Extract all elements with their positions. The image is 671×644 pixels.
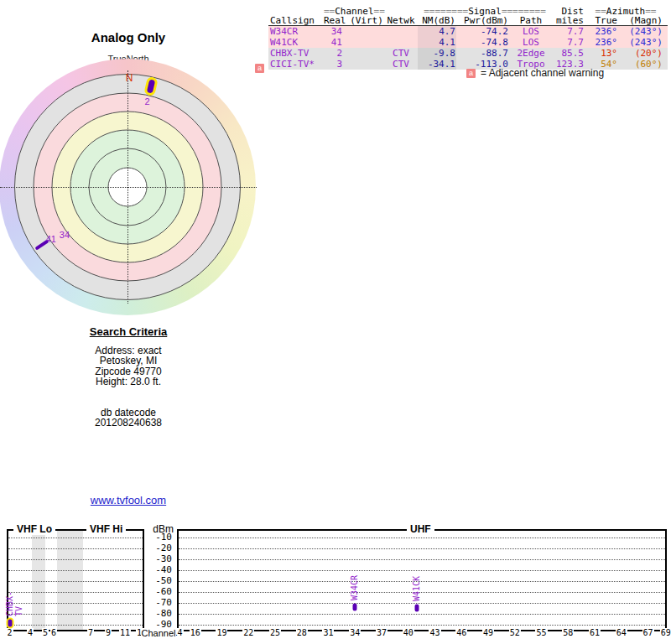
dbm-tick-label: -10	[139, 532, 172, 543]
gridline	[8, 592, 143, 593]
col-header-callsign: Callsign	[268, 16, 324, 25]
channel-tick-label: 46	[455, 628, 467, 637]
gridline	[179, 538, 665, 538]
cell-nm: 4.7	[418, 26, 456, 37]
group-header-signal: ========Signal========	[418, 7, 552, 16]
gridline	[8, 581, 143, 582]
channel-tick-label: 55	[535, 628, 547, 637]
adjacent-warning-icon: a	[255, 64, 264, 73]
col-header-true: True	[587, 16, 619, 25]
gridline	[8, 603, 143, 604]
cell-pwr: -88.7	[456, 48, 510, 59]
band-label-uhf: UHF	[407, 523, 434, 535]
table-header-row: Callsign Real (Virt) Netwk NM(dB) Pwr(dB…	[268, 16, 668, 26]
cell-nm: -9.8	[418, 48, 456, 59]
cell-real: 2	[324, 48, 349, 59]
adjacent-warning-icon: a	[466, 69, 476, 78]
search-criteria: Search Criteria Address: exact Petoskey,…	[0, 325, 257, 387]
tvfool-link-wrap: www.tvfool.com	[0, 492, 257, 507]
cell-netwk	[384, 37, 418, 48]
channel-tick-label: 64	[616, 628, 627, 637]
cell-virt	[349, 59, 384, 70]
x-axis-ticks: 2456791113141619222528313437404346495255…	[0, 628, 671, 639]
channel-tick-label: 58	[562, 628, 574, 637]
cell-netwk: CTV	[384, 48, 418, 59]
cell-nm: 4.1	[418, 37, 456, 48]
channel-tick-label: 25	[269, 628, 281, 637]
table-group-header-row: ==Channel== ========Signal======== Dist …	[268, 7, 668, 16]
cell-callsign: CHBX-TV	[268, 48, 324, 59]
signal-table: ==Channel== ========Signal======== Dist …	[268, 7, 668, 70]
uhf-panel	[177, 529, 667, 631]
group-header-dist: Dist	[552, 7, 587, 16]
channel-tick-label: 49	[482, 628, 494, 637]
gridline	[179, 570, 665, 571]
channel-tick-label: 7	[87, 628, 94, 637]
vhf-panel	[7, 529, 144, 631]
spectrum-gap-band	[57, 531, 83, 630]
col-header-netwk: Netwk	[384, 16, 418, 25]
gridline	[8, 570, 143, 571]
cell-true_az: 13°	[587, 48, 619, 59]
cell-path: 2Edge	[510, 48, 552, 59]
cell-virt	[349, 37, 384, 48]
gridline	[179, 592, 665, 593]
channel-tick-label: 69	[660, 628, 671, 637]
col-header-pwr: Pwr(dBm)	[456, 16, 510, 25]
col-header-real: Real	[324, 16, 349, 25]
col-header-virt: (Virt)	[349, 16, 384, 25]
gridline	[179, 559, 665, 560]
db-datecode: db datecode 201208240638	[0, 408, 257, 428]
cell-callsign: W41CK	[268, 37, 324, 48]
gridline	[8, 614, 143, 615]
col-header-path: Path	[510, 16, 552, 25]
table-row: CHBX-TV2CTV-9.8-88.72Edge85.513°(20°)	[268, 48, 668, 59]
cell-magn: (20°)	[619, 48, 664, 59]
group-header-azimuth: ==Azimuth==	[587, 7, 664, 16]
gridline	[179, 614, 665, 615]
cell-magn: (60°)	[619, 59, 664, 70]
gridline	[179, 625, 665, 626]
channel-tick-label: 31	[322, 628, 334, 637]
cell-virt	[349, 48, 384, 59]
channel-tick-label: 16	[190, 628, 201, 637]
table-body: W34CR344.7-74.2LOS7.7236°(243°)W41CK414.…	[268, 26, 668, 70]
channel-tick-label: 28	[296, 628, 308, 637]
channel-tick-label: 9	[105, 628, 112, 637]
adjacent-warning-legend: a = Adjacent channel warning	[466, 67, 604, 79]
compass-north-marker: N	[122, 72, 137, 84]
gridline	[8, 625, 143, 626]
band-label-vhf-lo: VHF Lo	[13, 523, 55, 535]
channel-tick-label: 34	[349, 628, 361, 637]
table-row: W41CK414.1-74.8LOS7.7236°(243°)	[268, 37, 668, 48]
gridline	[8, 538, 143, 538]
cell-netwk: CTV	[384, 59, 418, 70]
table-row: W34CR344.7-74.2LOS7.7236°(243°)	[268, 26, 668, 37]
y-axis-ticks: -10-20-30-40-50-60-70-80-90	[141, 0, 174, 644]
cell-nm: -34.1	[418, 59, 456, 70]
channel-tick-label: 37	[376, 628, 388, 637]
dbm-tick-label: -30	[139, 553, 172, 564]
cell-callsign: W34CR	[268, 26, 324, 37]
channel-tick-label: 40	[403, 628, 414, 637]
db-datecode-value: 201208240638	[0, 418, 257, 428]
channel-tick-label: 5	[42, 628, 49, 637]
search-criteria-heading: Search Criteria	[0, 325, 257, 338]
dbm-tick-label: -70	[139, 597, 172, 608]
crosshair-horizontal	[0, 187, 257, 188]
cell-miles: 7.7	[552, 37, 587, 48]
cell-netwk	[384, 26, 418, 37]
search-criteria-line: Height: 28.0 ft.	[0, 377, 257, 387]
channel-tick-label: 19	[216, 628, 227, 637]
spectrum-gap-band	[32, 531, 45, 630]
dbm-tick-label: -50	[139, 575, 172, 586]
channel-tick-label: 61	[589, 628, 601, 637]
cell-magn: (243°)	[619, 37, 664, 48]
channel-tick-label: 43	[429, 628, 440, 637]
cell-true_az: 236°	[587, 26, 619, 37]
channel-tick-label: 22	[242, 628, 254, 637]
dbm-tick-label: -80	[139, 608, 172, 619]
channel-tick-label: 52	[509, 628, 521, 637]
crosshair-vertical	[127, 70, 128, 304]
plot-title: Analog Only	[0, 30, 257, 44]
